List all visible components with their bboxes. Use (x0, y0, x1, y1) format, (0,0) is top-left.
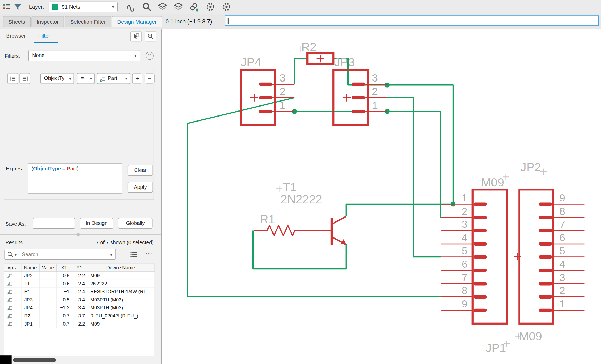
net-wire[interactable] (346, 204, 453, 216)
net-wire[interactable] (387, 98, 441, 257)
row-x1-cell[interactable]: −0.5 (56, 296, 72, 304)
table-row[interactable]: R2 −0.7 3.7 R-EU_0204/5 (R-EU_) (4, 312, 154, 320)
row-x1-cell[interactable]: −1 (56, 288, 72, 296)
row-name-cell[interactable]: T1 (21, 280, 39, 288)
row-name-cell[interactable]: R2 (21, 312, 39, 320)
row-name-cell[interactable]: JP2 (21, 272, 39, 280)
zoom-to-selection-button[interactable] (145, 31, 156, 41)
row-device-cell[interactable]: R-EU_0204/5 (R-EU_) (87, 312, 155, 320)
filter-tool-icon[interactable] (13, 2, 22, 12)
table-row[interactable]: JP2 0.8 2.2 M09 (4, 272, 154, 280)
r1-body[interactable] (254, 226, 331, 236)
row-y1-cell[interactable]: 3.4 (72, 296, 87, 304)
row-device-cell[interactable]: M09 (87, 320, 155, 328)
row-y1-cell[interactable]: 3.4 (72, 304, 87, 312)
expand-rows-button[interactable] (7, 73, 18, 84)
expression-editor[interactable]: (ObjectType = Part) (28, 163, 122, 194)
add-filter-row-button[interactable]: + (132, 74, 142, 84)
apply-button[interactable]: Apply (128, 182, 153, 193)
tab-sheets[interactable]: Sheets (3, 16, 31, 27)
schematic-canvas[interactable]: 3 2 1 JP4 R2 3 2 1 JP3 (162, 29, 601, 364)
row-value-cell[interactable] (39, 312, 56, 320)
column-header-x1[interactable]: X1 (56, 264, 72, 272)
subtab-browser[interactable]: Browser (6, 33, 26, 39)
row-device-cell[interactable]: 2N2222 (87, 280, 155, 288)
tab-inspector[interactable]: Inspector (31, 16, 64, 27)
column-header-y1[interactable]: Y1 (72, 264, 87, 272)
part-jp3[interactable]: 3 2 1 JP3 (334, 55, 387, 125)
row-value-cell[interactable] (39, 288, 56, 296)
subtab-filter[interactable]: Filter (38, 33, 50, 39)
zoom-tool-icon[interactable] (142, 2, 151, 12)
gear-icon[interactable] (206, 2, 215, 12)
layers-list-icon[interactable] (2, 2, 11, 12)
row-value-cell[interactable] (39, 280, 56, 288)
save-in-design-button[interactable]: In Design (80, 218, 113, 229)
table-row[interactable]: R1 −1 2.4 RESISTORPTH-1/4W (RI (4, 288, 154, 296)
table-row[interactable]: JP1 0.7 2.2 M09 (4, 320, 154, 328)
part-r2[interactable]: R2 (301, 40, 333, 64)
select-in-canvas-button[interactable] (130, 31, 142, 41)
net-wire[interactable] (294, 58, 307, 84)
row-value-cell[interactable] (39, 320, 56, 328)
splitter-handle[interactable] (76, 233, 80, 236)
part-r1[interactable]: R1 (254, 213, 331, 236)
row-x1-cell[interactable]: −1.2 (56, 304, 72, 312)
row-y1-cell[interactable]: 3.7 (72, 312, 87, 320)
tab-selection-filter[interactable]: Selection Filter (65, 16, 111, 27)
table-row[interactable]: JP3 −0.5 3.4 M03PTH (M03) (4, 296, 154, 304)
row-name-cell[interactable]: JP1 (21, 320, 39, 328)
row-device-cell[interactable]: RESISTORPTH-1/4W (RI (87, 288, 155, 296)
row-name-cell[interactable]: R1 (21, 288, 39, 296)
filters-dropdown[interactable]: None (28, 50, 140, 61)
layer-stack-icon[interactable] (158, 2, 167, 12)
row-name-cell[interactable]: JP4 (21, 304, 39, 312)
row-value-cell[interactable] (39, 272, 56, 280)
row-value-cell[interactable] (39, 296, 56, 304)
table-row[interactable]: T1 −0.6 2.4 2N2222 (4, 280, 154, 288)
field-dropdown[interactable]: ObjectTy (40, 73, 74, 84)
search-input[interactable]: Search (4, 249, 116, 260)
row-y1-cell[interactable]: 2.4 (72, 288, 87, 296)
row-name-cell[interactable]: JP3 (21, 296, 39, 304)
column-header-device[interactable]: Device Name (87, 264, 155, 272)
tab-design-manager[interactable]: Design Manager (112, 16, 162, 27)
row-device-cell[interactable]: M03PTH (M03) (87, 304, 155, 312)
layer-dropdown[interactable]: 91 Nets (49, 2, 118, 12)
help-button[interactable]: ? (146, 52, 154, 60)
part-jp4[interactable]: 3 2 1 JP4 (241, 55, 294, 125)
table-row[interactable]: JP4 −1.2 3.4 M03PTH (M03) (4, 304, 154, 312)
row-value-cell[interactable] (39, 304, 56, 312)
remove-filter-row-button[interactable]: − (145, 74, 155, 84)
row-x1-cell[interactable]: −0.6 (56, 280, 72, 288)
collapse-rows-button[interactable] (19, 73, 30, 84)
more-options-button[interactable] (146, 250, 152, 257)
save-as-input[interactable] (33, 218, 75, 229)
gear-icon-2[interactable] (222, 2, 231, 12)
wave-tool-icon[interactable] (126, 2, 136, 12)
clear-button[interactable]: Clear (128, 165, 153, 176)
layer-stack-alt-icon[interactable] (174, 2, 183, 12)
command-input[interactable] (225, 15, 599, 26)
column-header-value[interactable]: Value (39, 264, 56, 272)
row-device-cell[interactable]: M09 (87, 272, 155, 280)
row-y1-cell[interactable]: 2.4 (72, 280, 87, 288)
part-t1[interactable]: T1 2N2222 (281, 180, 346, 245)
row-x1-cell[interactable]: 0.7 (56, 320, 72, 328)
junction-dot[interactable] (385, 83, 390, 88)
column-header-type[interactable]: yp (4, 264, 21, 272)
column-header-name[interactable]: Name (21, 264, 39, 272)
panel-splitter[interactable] (0, 234, 161, 235)
save-globally-button[interactable]: Globally (118, 218, 152, 229)
row-y1-cell[interactable]: 2.2 (72, 320, 87, 328)
row-x1-cell[interactable]: 0.8 (56, 272, 72, 280)
row-y1-cell[interactable]: 2.2 (72, 272, 87, 280)
operator-dropdown[interactable]: = (77, 73, 95, 84)
horizontal-scrollbar-thumb[interactable] (13, 358, 56, 362)
row-device-cell[interactable]: M03PTH (M03) (87, 296, 155, 304)
link-add-icon[interactable] (189, 2, 198, 12)
net-wire[interactable] (387, 85, 453, 204)
part-jp1[interactable]: 1 2 3 4 5 6 7 8 9 M09 JP1 (441, 176, 506, 355)
list-view-button[interactable] (130, 251, 140, 259)
part-jp2[interactable]: 9 8 7 6 5 4 3 2 1 JP2 M09 (514, 160, 584, 343)
